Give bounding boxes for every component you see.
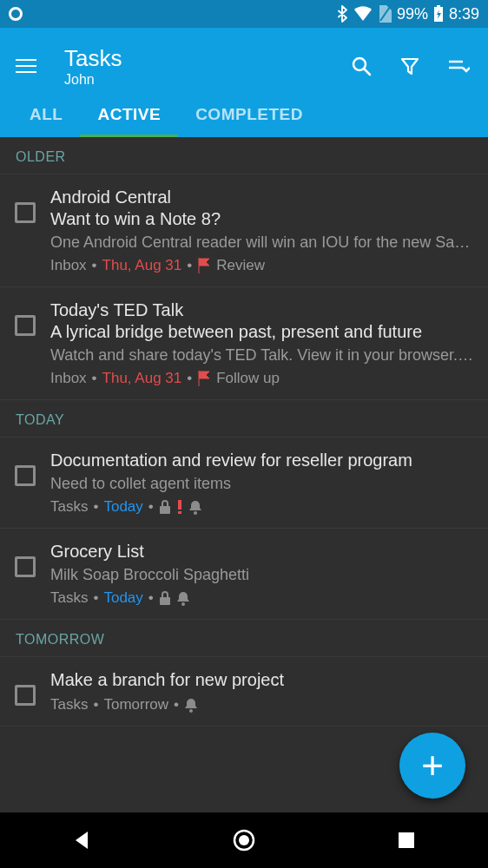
svg-rect-16 <box>399 832 414 848</box>
svg-rect-2 <box>437 5 440 7</box>
task-row[interactable]: Documentation and review for reseller pr… <box>0 437 488 529</box>
nav-recent[interactable] <box>326 832 487 849</box>
reminder-icon <box>176 590 190 606</box>
svg-rect-8 <box>178 500 181 510</box>
task-date: Today <box>103 498 142 516</box>
task-checkbox[interactable] <box>15 315 36 336</box>
task-checkbox[interactable] <box>15 556 36 577</box>
svg-rect-11 <box>160 597 170 605</box>
task-folder: Inbox <box>50 257 87 274</box>
svg-point-12 <box>181 602 185 606</box>
separator-dot: • <box>93 498 98 516</box>
svg-rect-7 <box>160 506 170 514</box>
task-date: Thu, Aug 31 <box>102 370 182 387</box>
svg-point-13 <box>189 709 193 713</box>
plus-icon: + <box>421 744 444 787</box>
flag-label: Follow up <box>216 370 280 387</box>
nav-bar <box>0 812 488 868</box>
page-subtitle: John <box>64 72 349 88</box>
svg-point-10 <box>194 511 197 515</box>
task-title: Android Central <box>50 187 476 208</box>
lock-icon <box>159 591 171 605</box>
task-checkbox[interactable] <box>15 685 36 706</box>
tab-bar: ALL ACTIVE COMPLETED <box>12 92 476 137</box>
task-desc: Need to collet agent items <box>50 475 476 493</box>
lock-icon <box>159 500 171 514</box>
clock-time: 8:39 <box>449 5 479 23</box>
app-indicator-icon <box>9 7 23 21</box>
task-checkbox[interactable] <box>15 202 36 223</box>
separator-dot: • <box>174 696 179 713</box>
task-date: Today <box>103 589 142 607</box>
app-bar: Tasks John ALL ACTIVE COMPLETED <box>0 28 488 137</box>
task-folder: Inbox <box>50 370 87 387</box>
separator-dot: • <box>187 370 192 387</box>
battery-icon <box>433 5 444 23</box>
section-tomorrow: TOMORROW <box>0 620 488 657</box>
task-row[interactable]: Today's TED Talk A lyrical bridge betwee… <box>0 287 488 400</box>
separator-dot: • <box>148 589 154 607</box>
task-list[interactable]: OLDER Android Central Want to win a Note… <box>0 137 488 812</box>
reminder-icon <box>188 499 202 515</box>
menu-button[interactable] <box>12 54 47 78</box>
task-folder: Tasks <box>50 589 88 607</box>
svg-line-4 <box>364 69 370 75</box>
task-row[interactable]: Android Central Want to win a Note 8? On… <box>0 174 488 287</box>
task-desc: Watch and share today's TED Talk. View i… <box>50 346 476 365</box>
nav-back[interactable] <box>1 830 162 851</box>
flag-icon <box>197 371 211 386</box>
separator-dot: • <box>92 257 97 274</box>
sim-icon <box>378 5 392 23</box>
task-desc: One Android Central reader will win an I… <box>50 233 476 252</box>
task-subject: Want to win a Note 8? <box>50 208 476 230</box>
status-bar: 99% 8:39 <box>0 0 488 28</box>
add-task-fab[interactable]: + <box>399 733 465 799</box>
separator-dot: • <box>148 498 154 516</box>
task-title: Make a branch for new project <box>50 669 476 691</box>
bluetooth-icon <box>336 5 348 23</box>
section-today: TODAY <box>0 400 488 437</box>
tab-completed[interactable]: COMPLETED <box>178 92 320 137</box>
title-block: Tasks John <box>47 45 349 88</box>
task-row[interactable]: Make a branch for new project Tasks • To… <box>0 657 488 727</box>
task-date: Tomorrow <box>103 696 168 713</box>
section-older: OLDER <box>0 137 488 174</box>
tab-all[interactable]: ALL <box>12 92 80 137</box>
sort-button[interactable] <box>446 54 471 78</box>
flag-icon <box>197 258 211 273</box>
task-checkbox[interactable] <box>15 465 36 486</box>
task-row[interactable]: Grocery List Milk Soap Broccoli Spaghett… <box>0 529 488 620</box>
battery-percent: 99% <box>397 5 428 23</box>
svg-rect-9 <box>178 511 181 514</box>
search-button[interactable] <box>349 54 373 78</box>
separator-dot: • <box>93 696 98 713</box>
task-desc: Milk Soap Broccoli Spaghetti <box>50 566 476 584</box>
filter-button[interactable] <box>398 54 422 78</box>
task-folder: Tasks <box>50 696 88 713</box>
separator-dot: • <box>92 370 97 387</box>
svg-point-15 <box>239 835 249 845</box>
task-title: Today's TED Talk <box>50 299 476 321</box>
page-title: Tasks <box>64 45 349 72</box>
reminder-icon <box>184 697 198 713</box>
priority-icon <box>176 499 183 515</box>
separator-dot: • <box>187 257 192 274</box>
tab-active[interactable]: ACTIVE <box>80 92 178 137</box>
task-title: Documentation and review for reseller pr… <box>50 450 476 471</box>
wifi-icon <box>353 6 373 22</box>
task-subject: A lyrical bridge between past, present a… <box>50 321 476 343</box>
task-date: Thu, Aug 31 <box>102 257 182 274</box>
task-folder: Tasks <box>50 498 88 516</box>
nav-home[interactable] <box>163 828 324 852</box>
task-title: Grocery List <box>50 541 476 562</box>
separator-dot: • <box>93 589 98 607</box>
flag-label: Review <box>216 257 265 274</box>
